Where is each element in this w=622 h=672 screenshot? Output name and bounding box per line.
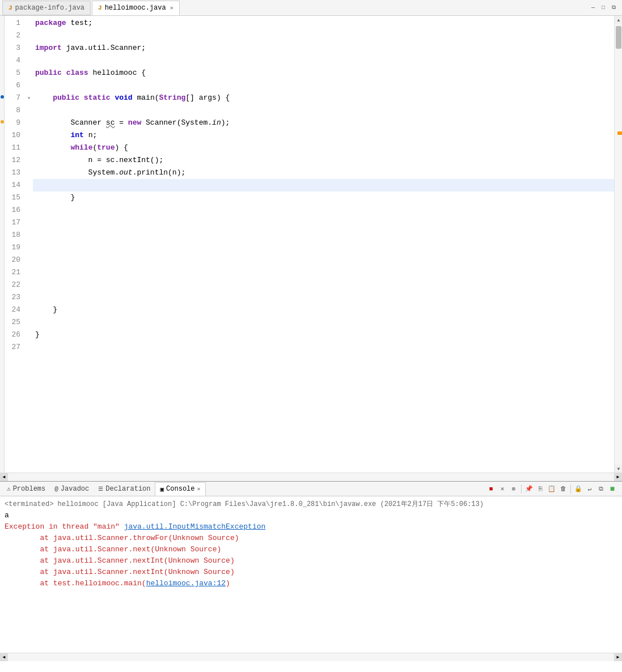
keyword-void: void	[115, 93, 132, 102]
console-hscroll-track[interactable]	[8, 653, 614, 661]
keyword-public-7: public	[53, 93, 79, 102]
console-output-a: a	[5, 510, 617, 521]
code-text-9a: =	[115, 118, 128, 127]
code-text-13b: .println(n);	[133, 168, 186, 177]
code-line-22	[33, 279, 614, 291]
maximize-button[interactable]: □	[599, 4, 607, 12]
console-stacktrace-5: at test.helloimooc.main(helloimooc.java:…	[5, 578, 617, 589]
hscroll-left-arrow[interactable]: ◀	[0, 473, 8, 481]
keyword-class: class	[66, 69, 88, 77]
panel-tab-problems[interactable]: ⚠ Problems	[2, 482, 50, 496]
word-wrap-button[interactable]: ↵	[585, 484, 595, 494]
console-hscroll-left[interactable]: ◀	[0, 653, 8, 661]
ln-23: 23	[5, 291, 20, 304]
code-line-4	[33, 54, 614, 67]
cg-6	[25, 79, 33, 92]
paste-button[interactable]: 📋	[547, 484, 557, 494]
console-close-icon[interactable]: ✕	[197, 486, 201, 492]
maximize-panel-button[interactable]: ■	[607, 484, 617, 494]
code-line-7: public static void main(String[] args) {	[33, 92, 614, 104]
ln-22: 22	[5, 279, 20, 291]
exception-link[interactable]: java.util.InputMismatchException	[124, 522, 266, 531]
pin-button[interactable]: 📌	[524, 484, 534, 494]
code-indent-11	[35, 143, 70, 152]
console-icon: ▣	[160, 486, 164, 493]
console-hscroll-right[interactable]: ▶	[614, 653, 622, 661]
collapse-arrow-icon[interactable]: ▾	[27, 95, 31, 101]
code-text-9c: );	[221, 118, 230, 127]
restore-button[interactable]: ⧉	[610, 4, 617, 12]
tab-label-helloimooc: helloimooc.java	[105, 4, 166, 12]
tab-helloimooc[interactable]: J helloimooc.java ✕	[92, 1, 180, 15]
code-line-9: Scanner sc = new Scanner(System.in);	[33, 117, 614, 129]
hscroll-right-arrow[interactable]: ▶	[614, 473, 622, 481]
cg-5	[25, 67, 33, 79]
code-area[interactable]: package test; import java.util.Scanner; …	[33, 16, 614, 473]
code-line-10: int n;	[33, 129, 614, 142]
code-line-17	[33, 216, 614, 229]
var-sc: sc	[106, 118, 115, 127]
code-line-13: System.out.println(n);	[33, 167, 614, 179]
scroll-lock-button[interactable]: 🔒	[573, 484, 583, 494]
blue-breakpoint-dot	[1, 95, 4, 99]
scroll-down-arrow[interactable]: ▼	[615, 465, 622, 473]
code-line-11: while(true) {	[33, 142, 614, 154]
marker-4	[0, 53, 4, 66]
hscroll-track[interactable]	[8, 473, 614, 481]
code-text-5b: helloimooc {	[88, 69, 146, 77]
scroll-up-arrow[interactable]: ▲	[615, 16, 622, 24]
source-link[interactable]: helloimooc.java:12	[146, 579, 226, 588]
code-line-15: }	[33, 192, 614, 204]
ln-7: 7	[5, 92, 20, 104]
code-line-21	[33, 266, 614, 279]
code-line-19	[33, 241, 614, 254]
editor-vertical-scrollbar[interactable]: ▲ ▼	[614, 16, 622, 473]
console-stacktrace-3: at java.util.Scanner.nextInt(Unknown Sou…	[5, 555, 617, 567]
java-file-icon: J	[9, 5, 12, 11]
code-text-3: java.util.Scanner;	[62, 44, 146, 52]
scroll-thumb[interactable]	[616, 26, 621, 49]
bottom-panel: ⚠ Problems @ Javadoc ☰ Declaration ▣ Con…	[0, 480, 622, 661]
cg-7-collapse[interactable]: ▾	[25, 92, 33, 104]
cg-1	[25, 17, 33, 29]
ln-1: 1	[5, 17, 20, 29]
ln-18: 18	[5, 229, 20, 241]
horizontal-scrollbar[interactable]: ◀ ▶	[0, 473, 622, 480]
declaration-icon: ☰	[98, 486, 103, 492]
open-editor-button[interactable]: ⧉	[596, 484, 606, 494]
tab-package-info[interactable]: J package-info.java	[2, 1, 91, 15]
panel-tab-declaration-label: Declaration	[105, 485, 150, 493]
ln-8: 8	[5, 104, 20, 117]
minimize-button[interactable]: —	[589, 4, 597, 12]
field-out: out	[119, 168, 132, 177]
marker-2	[0, 28, 4, 41]
panel-tab-javadoc[interactable]: @ Javadoc	[50, 482, 94, 496]
code-indent-9: Scanner	[35, 118, 106, 127]
ln-5: 5	[5, 67, 20, 79]
close-all-button[interactable]: ⊗	[509, 484, 519, 494]
javadoc-icon: @	[54, 486, 58, 492]
marker-1	[0, 16, 4, 28]
window-controls: — □ ⧉	[589, 4, 620, 12]
divider-1	[521, 484, 522, 494]
ln-2: 2	[5, 29, 20, 42]
stop-button[interactable]: ■	[486, 484, 496, 494]
cg-4	[25, 54, 33, 67]
ln-15: 15	[5, 192, 20, 204]
code-text-5a	[62, 69, 66, 77]
clear-button[interactable]: 🗑	[558, 484, 568, 494]
ln-11: 11	[5, 142, 20, 154]
scroll-track[interactable]	[615, 24, 622, 465]
copy-button[interactable]: ⎘	[535, 484, 545, 494]
divider-2	[570, 484, 571, 494]
console-horizontal-scrollbar[interactable]: ◀ ▶	[0, 653, 622, 661]
panel-tab-declaration[interactable]: ☰ Declaration	[94, 482, 155, 496]
ln-12: 12	[5, 154, 20, 167]
ln-25: 25	[5, 316, 20, 329]
close-console-button[interactable]: ✕	[497, 484, 507, 494]
keyword-static: static	[84, 93, 111, 102]
code-line-16	[33, 204, 614, 216]
keyword-new: new	[128, 118, 141, 127]
close-tab-button[interactable]: ✕	[170, 5, 174, 11]
panel-tab-console[interactable]: ▣ Console ✕	[155, 482, 205, 496]
